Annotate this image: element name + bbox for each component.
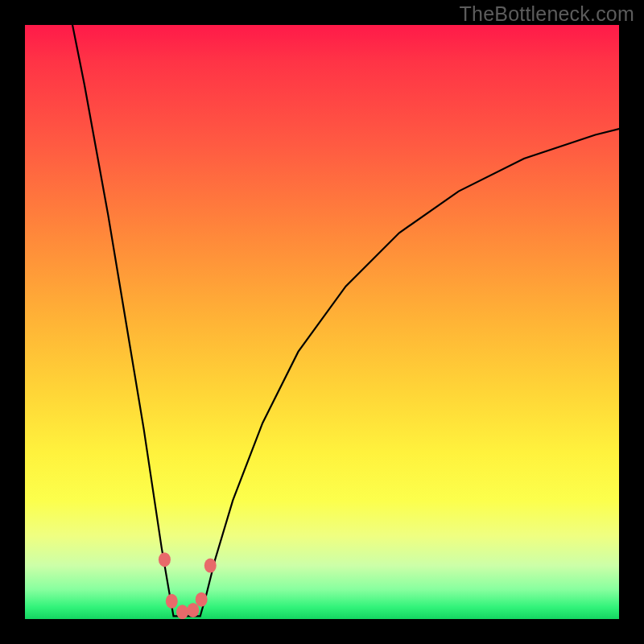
watermark-text: TheBottleneck.com	[460, 2, 634, 26]
data-marker	[166, 594, 178, 609]
data-marker	[196, 592, 208, 607]
plot-area	[25, 25, 619, 619]
bottleneck-curve	[72, 25, 619, 616]
data-marker	[159, 552, 171, 567]
data-marker	[204, 559, 217, 573]
chart-frame: TheBottleneck.com	[0, 0, 644, 644]
data-marker	[187, 603, 199, 617]
data-marker	[176, 605, 188, 619]
chart-svg	[25, 25, 619, 619]
